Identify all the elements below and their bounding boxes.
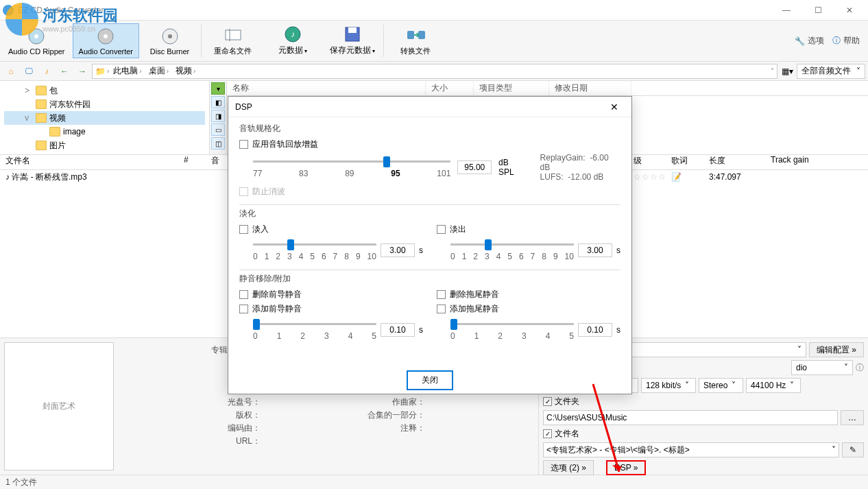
del-trailing-checkbox[interactable] (437, 290, 446, 299)
tree-node-selected[interactable]: v视频 (4, 111, 205, 125)
del-leading-checkbox[interactable] (239, 290, 248, 299)
rating-stars[interactable]: ☆☆☆☆ (628, 172, 666, 182)
qcol-gain[interactable]: Track gain (765, 155, 868, 169)
options-link[interactable]: 🔧选项 (795, 35, 824, 47)
edit-config-button[interactable]: 编辑配置 » (809, 342, 864, 357)
meta-composer-label: 作曲家： (346, 396, 428, 408)
info-icon[interactable]: ⓘ (856, 362, 864, 374)
music-button[interactable]: ♪ (38, 64, 55, 79)
meta-copyright-label: 版权： (126, 409, 263, 421)
meta-partof-label: 合集的一部分： (346, 409, 428, 421)
queue-header-right: 级 歌词 长度 Track gain (628, 155, 868, 170)
view-mode-button[interactable]: ▦▾ (779, 64, 795, 79)
site-logo-icon (5, 3, 38, 36)
channels-dropdown[interactable]: Stereo˅ (699, 378, 743, 393)
vtb-b4[interactable]: ◫ (211, 137, 225, 150)
col-date[interactable]: 修改日期 (549, 81, 631, 95)
dialog-title: DSP (235, 102, 604, 112)
window-close-button[interactable]: ✕ (834, 0, 865, 21)
add-trailing-checkbox[interactable] (437, 305, 446, 313)
audio-icon: ♪ (5, 172, 10, 182)
leading-slider[interactable]: 012345 (253, 318, 376, 342)
samplerate-dropdown[interactable]: 44100 Hz˅ (746, 378, 801, 393)
spl-unit: dB SPL (498, 158, 526, 177)
bitrate-dropdown[interactable]: 128 kbit/s˅ (641, 378, 696, 393)
window-maximize-button[interactable]: ☐ (802, 0, 834, 21)
folder-tree[interactable]: >包 河东软件园 v视频 image 图片 (0, 81, 209, 154)
tree-node[interactable]: 河东软件园 (4, 97, 205, 111)
qcol-rating[interactable]: 级 (628, 155, 666, 169)
help-link[interactable]: ⓘ帮助 (832, 35, 860, 47)
tree-node[interactable]: >包 (4, 84, 205, 97)
trailing-slider[interactable]: 012345 (450, 318, 574, 342)
tree-node[interactable]: image (4, 125, 205, 139)
metadata-icon: ♪ (283, 25, 302, 43)
breadcrumb-dropdown[interactable]: ˅ (771, 67, 774, 75)
col-name[interactable]: 名称 (227, 81, 426, 95)
site-name: 河东软件园 (43, 5, 118, 26)
dsp-dialog: DSP ✕ 音轨规格化 应用音轨回放增益 77838995101 95.00 d… (228, 96, 632, 394)
folder-checkbox[interactable] (543, 397, 552, 406)
vtb-b1[interactable]: ◧ (211, 96, 225, 108)
qcol-length[interactable]: 长度 (703, 155, 765, 169)
tree-node[interactable]: 图片 (4, 139, 205, 152)
vtb-add[interactable]: ▾ (211, 82, 225, 95)
format-dropdown[interactable]: dio˅ (791, 360, 853, 375)
fadeout-value[interactable]: 3.00 (578, 243, 612, 257)
convert-button[interactable]: 转换文件 (386, 23, 444, 58)
dsp-button[interactable]: DSP » (606, 460, 646, 475)
cover-art-box[interactable]: 封面艺术 (4, 342, 114, 470)
spl-value-input[interactable]: 95.00 (457, 160, 492, 174)
fadein-value[interactable]: 3.00 (381, 243, 415, 257)
lyrics-icon[interactable]: 📝 (666, 172, 703, 182)
edit-pattern-button[interactable]: ✎ (842, 442, 864, 457)
save-icon (343, 25, 362, 43)
col-size[interactable]: 大小 (426, 81, 474, 95)
metadata-button[interactable]: ♪ 元数据▾ (263, 23, 322, 58)
svg-rect-11 (348, 27, 357, 33)
crumb-desktop[interactable]: 桌面› (146, 65, 171, 77)
queue-row-right[interactable]: ☆☆☆☆ 📝 3:47.097 (628, 170, 868, 184)
desktop-button[interactable]: 🖵 (21, 64, 37, 79)
meta-comment-label: 注释： (346, 422, 428, 434)
add-leading-checkbox[interactable] (239, 305, 248, 313)
fadeout-slider[interactable]: 012345678910 (450, 238, 574, 263)
back-button[interactable]: ← (56, 64, 73, 79)
status-text: 1 个文件 (5, 477, 37, 488)
qcol-num[interactable]: # (178, 155, 206, 169)
folder-path-input[interactable]: C:\Users\ASUS\Music (543, 410, 838, 425)
breadcrumb[interactable]: 📁› 此电脑› 桌面› 视频› ˅ (92, 64, 777, 79)
qcol-name[interactable]: 文件名 (0, 155, 178, 169)
qcol-lyrics[interactable]: 歌词 (666, 155, 703, 169)
metadata-label: 元数据 (278, 45, 303, 55)
crumb-pc[interactable]: 此电脑› (110, 65, 144, 77)
rename-button[interactable]: 重命名文件 (204, 23, 262, 58)
address-bar: ⌂ 🖵 ♪ ← → 📁› 此电脑› 桌面› 视频› ˅ ▦▾ 全部音频文件˅ (0, 62, 868, 81)
filename-checkbox[interactable] (543, 429, 552, 438)
forward-button[interactable]: → (74, 64, 91, 79)
fadein-checkbox[interactable] (239, 225, 248, 234)
fadeout-checkbox[interactable] (437, 225, 446, 234)
fadein-slider[interactable]: 012345678910 (253, 238, 376, 263)
replaygain-checkbox[interactable] (239, 140, 248, 149)
spl-slider[interactable]: 77838995101 (253, 155, 450, 180)
length-value: 3:47.097 (703, 172, 765, 182)
leading-value[interactable]: 0.10 (381, 323, 415, 337)
trailing-value[interactable]: 0.10 (578, 323, 612, 337)
burner-button[interactable]: Disc Burner (141, 23, 199, 58)
options-button[interactable]: 选项 (2) » (543, 460, 594, 475)
window-minimize-button[interactable]: — (771, 0, 802, 21)
dialog-close-button[interactable]: ✕ (604, 102, 625, 112)
file-filter-dropdown[interactable]: 全部音频文件˅ (797, 64, 865, 79)
crumb-video[interactable]: 视频› (173, 65, 198, 77)
vtb-b2[interactable]: ◨ (211, 110, 225, 122)
save-metadata-button[interactable]: 保存元数据▾ (323, 23, 381, 58)
browse-folder-button[interactable]: … (841, 410, 864, 425)
folder-icon (49, 127, 60, 136)
filename-pattern-input[interactable]: <专辑艺术家> - <专辑>\<编号>. <标题>˅ (543, 442, 839, 457)
dialog-close-ok-button[interactable]: 关闭 (407, 370, 453, 390)
home-button[interactable]: ⌂ (3, 64, 19, 79)
svg-rect-6 (226, 30, 241, 40)
vtb-b3[interactable]: ▭ (211, 123, 225, 136)
col-type[interactable]: 项目类型 (474, 81, 549, 95)
